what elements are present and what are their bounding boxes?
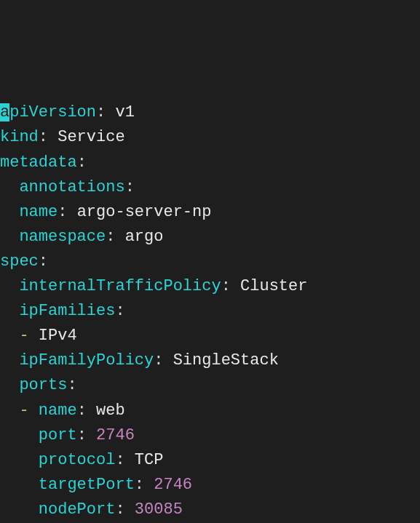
code-editor[interactable]: apiVersion: v1kind: Servicemetadata: ann…	[0, 100, 420, 523]
yaml-line: - IPv4	[0, 324, 420, 348]
yaml-line: spec:	[0, 249, 420, 274]
yaml-line: nodePort: 30085	[0, 498, 420, 522]
yaml-line: kind: Service	[0, 125, 420, 150]
yaml-line: ports:	[0, 373, 420, 398]
yaml-line: - name: web	[0, 399, 420, 423]
yaml-line: port: 2746	[0, 423, 420, 448]
yaml-line: ipFamilyPolicy: SingleStack	[0, 348, 420, 373]
yaml-line: internalTrafficPolicy: Cluster	[0, 274, 420, 299]
yaml-line: namespace: argo	[0, 225, 420, 249]
yaml-line: annotations:	[0, 175, 420, 200]
yaml-line: ipFamilies:	[0, 299, 420, 324]
yaml-line: protocol: TCP	[0, 448, 420, 473]
yaml-line: apiVersion: v1	[0, 100, 420, 125]
yaml-line: targetPort: 2746	[0, 473, 420, 498]
yaml-line: name: argo-server-np	[0, 200, 420, 225]
yaml-line: metadata:	[0, 151, 420, 175]
cursor-char: a	[0, 103, 9, 121]
